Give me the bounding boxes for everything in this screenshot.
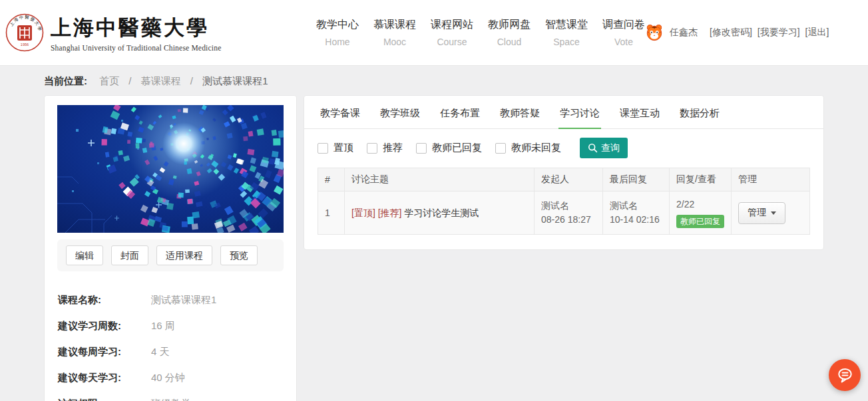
nav-item-mooc[interactable]: 慕课课程 Mooc [373, 18, 416, 47]
page: 上海中醫藥大學 1956 上海中醫藥大學 Shanghai University… [0, 0, 868, 401]
course-cover [57, 105, 284, 233]
tab-assignments[interactable]: 任务布置 [439, 96, 481, 128]
topic-title[interactable]: 学习讨论学生测试 [404, 207, 479, 218]
detail-label: 建议学习周数: [58, 318, 151, 333]
detail-value: 16 周 [151, 318, 175, 333]
caret-down-icon [771, 211, 776, 215]
preview-button[interactable]: 预览 [220, 245, 258, 265]
breadcrumb-separator: / [128, 75, 131, 86]
university-logo[interactable]: 上海中醫藥大學 1956 上海中醫藥大學 Shanghai University… [5, 13, 253, 52]
teacher-not-replied-checkbox[interactable] [495, 143, 506, 154]
col-header-manage: 管理 [732, 168, 810, 192]
logout-link[interactable]: [退出] [805, 27, 829, 39]
detail-value: 测试慕课课程1 [151, 292, 216, 307]
detail-label: 建议每周学习: [58, 344, 151, 359]
tab-study-discussion[interactable]: 学习讨论 [558, 96, 601, 129]
breadcrumb-current: 测试慕课课程1 [202, 75, 268, 86]
course-details: 课程名称: 测试慕课课程1 建议学习周数: 16 周 建议每周学习: 4 天 建… [57, 292, 284, 401]
discussion-panel: 教学备课 教学班级 任务布置 教师答疑 学习讨论 课堂互动 数据分析 置顶 推荐 [304, 95, 824, 250]
manage-button-label: 管理 [748, 207, 766, 219]
nav-item-space[interactable]: 智慧课堂 Space [545, 18, 588, 47]
table-header-row: # 讨论主题 发起人 最后回复 回复/查看 管理 [318, 168, 810, 192]
cover-button[interactable]: 封面 [111, 245, 148, 265]
filter-pinned[interactable]: 置顶 [318, 142, 353, 154]
nav-item-en: Mooc [373, 37, 416, 47]
site-header: 上海中醫藥大學 1956 上海中醫藥大學 Shanghai University… [0, 0, 868, 66]
cell-starter: 测试名 08-26 18:27 [535, 192, 603, 235]
tab-data-analysis[interactable]: 数据分析 [678, 96, 721, 128]
tab-teaching-class[interactable]: 教学班级 [379, 96, 421, 128]
col-header-last-reply: 最后回复 [603, 168, 670, 192]
nav-item-vote[interactable]: 调查问卷 Vote [602, 18, 645, 47]
nav-item-en: Course [431, 37, 473, 47]
change-password-link[interactable]: [修改密码] [710, 27, 752, 39]
cell-index: 1 [318, 192, 345, 235]
nav-item-zh: 课程网站 [431, 18, 473, 32]
nav-item-zh: 教师网盘 [488, 18, 531, 32]
applicable-course-button[interactable]: 适用课程 [156, 245, 212, 265]
user-name: 任鑫杰 [670, 27, 698, 39]
cell-reply-view: 2/22 教师已回复 [670, 192, 732, 235]
col-header-index: # [318, 168, 345, 192]
starter-time: 08-26 18:27 [541, 213, 596, 227]
detail-label: 建议每天学习: [58, 370, 151, 385]
search-icon [588, 143, 598, 153]
discussion-table: # 讨论主题 发起人 最后回复 回复/查看 管理 1 [置顶] [推荐] 学习讨… [318, 168, 810, 235]
last-reply-name: 测试名 [610, 199, 662, 213]
course-action-bar: 编辑 封面 适用课程 预览 [57, 239, 284, 271]
nav-item-en: Home [316, 37, 359, 47]
recommended-checkbox[interactable] [367, 143, 377, 154]
university-seal-icon: 上海中醫藥大學 1956 [5, 13, 44, 52]
detail-value: 班级教学 [151, 396, 191, 401]
last-reply-time: 10-14 02:16 [610, 213, 662, 227]
cell-topic[interactable]: [置顶] [推荐] 学习讨论学生测试 [345, 192, 535, 235]
nav-item-zh: 智慧课堂 [545, 18, 588, 32]
university-name-en: Shanghai University of Traditional Chine… [51, 44, 221, 52]
detail-row-minutes-per-day: 建议每天学习: 40 分钟 [58, 370, 284, 385]
university-name-zh: 上海中醫藥大學 [51, 14, 221, 42]
reply-view-count: 2/22 [676, 198, 724, 211]
breadcrumb-home[interactable]: 首页 [99, 75, 119, 86]
nav-item-cloud[interactable]: 教师网盘 Cloud [488, 18, 531, 47]
cell-last-reply: 测试名 10-14 02:16 [603, 192, 670, 235]
detail-value: 4 天 [151, 344, 170, 359]
main-content: 编辑 封面 适用课程 预览 课程名称: 测试慕课课程1 建议学习周数: 16 周… [44, 95, 824, 401]
breadcrumb-label: 当前位置: [44, 75, 87, 86]
pinned-checkbox[interactable] [318, 143, 328, 154]
chat-bubble-icon [836, 366, 854, 384]
detail-label: 课程名称: [58, 292, 151, 307]
logo-text: 上海中醫藥大學 Shanghai University of Tradition… [51, 14, 221, 52]
detail-label: 访问权限: [58, 396, 151, 401]
filter-label: 教师已回复 [432, 142, 482, 154]
nav-item-en: Space [545, 37, 588, 47]
filter-teacher-replied[interactable]: 教师已回复 [416, 142, 482, 154]
filter-label: 置顶 [333, 142, 353, 154]
search-button[interactable]: 查询 [580, 138, 628, 158]
breadcrumb-mooc[interactable]: 慕课课程 [141, 75, 181, 86]
nav-item-zh: 调查问卷 [602, 18, 645, 32]
tab-teacher-qa[interactable]: 教师答疑 [499, 96, 541, 128]
user-block: 任鑫杰 [修改密码] [我要学习] [退出] [645, 23, 829, 42]
col-header-starter: 发起人 [535, 168, 603, 192]
filter-label: 推荐 [383, 142, 403, 154]
tab-class-interaction[interactable]: 课堂互动 [618, 96, 661, 128]
nav-item-home[interactable]: 教学中心 Home [316, 18, 359, 47]
svg-text:1956: 1956 [21, 43, 29, 47]
tab-bar: 教学备课 教学班级 任务布置 教师答疑 学习讨论 课堂互动 数据分析 [304, 96, 823, 129]
i-want-to-learn-link[interactable]: [我要学习] [758, 27, 800, 39]
starter-name: 测试名 [541, 199, 596, 213]
edit-button[interactable]: 编辑 [66, 245, 103, 265]
detail-row-course-name: 课程名称: 测试慕课课程1 [58, 292, 284, 307]
filter-recommended[interactable]: 推荐 [367, 142, 403, 154]
nav-item-en: Cloud [488, 37, 531, 47]
nav-item-course[interactable]: 课程网站 Course [431, 18, 473, 47]
tab-lesson-prep[interactable]: 教学备课 [319, 96, 361, 128]
filter-teacher-not-replied[interactable]: 教师未回复 [495, 142, 561, 154]
col-header-reply-view: 回复/查看 [670, 168, 732, 192]
detail-row-study-weeks: 建议学习周数: 16 周 [58, 318, 284, 333]
manage-dropdown-button[interactable]: 管理 [738, 202, 785, 224]
detail-row-access: 访问权限: 班级教学 [58, 396, 284, 401]
chat-fab-button[interactable] [829, 359, 861, 391]
teacher-replied-checkbox[interactable] [416, 143, 427, 154]
course-info-panel: 编辑 封面 适用课程 预览 课程名称: 测试慕课课程1 建议学习周数: 16 周… [44, 95, 297, 401]
